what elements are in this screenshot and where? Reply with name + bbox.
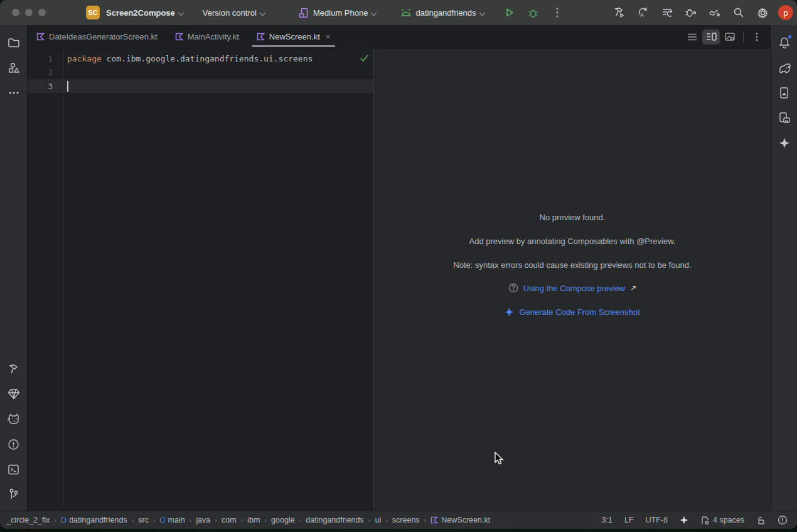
run-configuration-selector[interactable]: datingandfriends bbox=[395, 4, 489, 21]
logcat-tool-button[interactable] bbox=[3, 408, 25, 430]
breadcrumb-separator: › bbox=[54, 516, 56, 524]
minimize-window-button[interactable] bbox=[25, 9, 33, 16]
breadcrumb-separator: › bbox=[132, 516, 134, 524]
attach-debugger-button[interactable] bbox=[680, 3, 702, 22]
tab-label: NewScreen.kt bbox=[269, 32, 320, 41]
breadcrumb-item[interactable]: screens bbox=[392, 516, 420, 524]
tab-dateideasgeneratorscreen[interactable]: DateIdeasGeneratorScreen.kt bbox=[28, 25, 166, 48]
project-tool-button[interactable] bbox=[3, 31, 25, 54]
gradle-elephant-icon bbox=[778, 63, 791, 73]
text-caret bbox=[67, 81, 68, 92]
breadcrumb-separator: › bbox=[424, 516, 427, 524]
external-link-icon: ↗ bbox=[630, 284, 636, 292]
git-graph-icon bbox=[9, 488, 19, 501]
compose-preview-panel: No preview found. Add preview by annotat… bbox=[374, 49, 771, 511]
notification-dot bbox=[788, 35, 792, 39]
breadcrumb-item[interactable]: ibm bbox=[247, 516, 260, 524]
apply-code-changes-button[interactable] bbox=[656, 3, 678, 22]
user-avatar[interactable]: p bbox=[778, 5, 793, 20]
breadcrumb-item[interactable]: src bbox=[138, 516, 149, 524]
inspections-widget[interactable] bbox=[774, 515, 791, 525]
profiler-button[interactable] bbox=[704, 3, 725, 22]
split-view-icon bbox=[706, 33, 717, 41]
chevron-down-icon bbox=[372, 9, 377, 14]
line-number: 3 bbox=[28, 82, 63, 91]
problems-tool-button[interactable] bbox=[3, 433, 25, 455]
cat-icon bbox=[7, 413, 21, 425]
editor-options-button[interactable] bbox=[748, 29, 766, 45]
gradle-tool-button[interactable] bbox=[773, 56, 796, 79]
tab-mainactivity[interactable]: MainActivity.kt bbox=[166, 25, 248, 48]
breadcrumb-separator: › bbox=[241, 516, 243, 524]
tab-newscreen[interactable]: NewScreen.kt × bbox=[248, 25, 340, 48]
notifications-tool-button[interactable] bbox=[773, 31, 796, 54]
run-button[interactable] bbox=[499, 3, 520, 22]
code-line-2[interactable]: 2 bbox=[28, 65, 373, 79]
more-run-options-button[interactable] bbox=[547, 3, 568, 22]
search-everywhere-button[interactable] bbox=[728, 3, 749, 22]
breadcrumb-item[interactable]: datingandfriends bbox=[306, 516, 363, 524]
device-selector-label: Medium Phone bbox=[313, 8, 368, 18]
breadcrumb-separator: › bbox=[190, 516, 192, 524]
compose-preview-help-link[interactable]: Using the Compose preview bbox=[523, 284, 626, 293]
breadcrumb-item[interactable]: _circle_2_fix bbox=[6, 516, 50, 524]
breadcrumb-item[interactable]: NewScreen.kt bbox=[431, 516, 490, 524]
breadcrumb-item[interactable]: java bbox=[196, 516, 210, 524]
code-line-3-current[interactable]: 3 bbox=[28, 79, 373, 93]
breadcrumb-item[interactable]: datingandfriends bbox=[61, 516, 127, 524]
breadcrumb-item[interactable]: ui bbox=[375, 516, 381, 524]
gemini-tool-button[interactable] bbox=[773, 132, 796, 154]
breadcrumb-separator: › bbox=[368, 516, 371, 524]
running-devices-tool-button[interactable] bbox=[773, 82, 796, 104]
close-tab-icon[interactable]: × bbox=[326, 32, 331, 41]
terminal-tool-button[interactable] bbox=[3, 458, 25, 481]
divider bbox=[743, 31, 744, 43]
module-icon bbox=[160, 518, 165, 523]
device-icon bbox=[299, 8, 309, 18]
apply-changes-icon: A bbox=[637, 6, 650, 19]
app-quality-insights-tool-button[interactable] bbox=[3, 383, 25, 405]
ai-assistant-status-button[interactable] bbox=[677, 516, 692, 524]
folder-icon bbox=[8, 37, 20, 48]
resource-manager-tool-button[interactable] bbox=[3, 56, 25, 79]
encoding-widget[interactable]: UTF-8 bbox=[643, 516, 671, 524]
code-line-1[interactable]: 1 package com.ibm.google.datingandfriend… bbox=[28, 51, 373, 65]
device-manager-tool-button[interactable] bbox=[773, 107, 796, 129]
caret-position-widget[interactable]: 3:1 bbox=[599, 516, 616, 524]
split-view-button[interactable] bbox=[702, 29, 720, 45]
indent-widget[interactable]: 4 spaces bbox=[697, 516, 747, 525]
more-tool-windows-button[interactable] bbox=[3, 82, 25, 104]
maximize-window-button[interactable] bbox=[38, 9, 46, 16]
breadcrumb-label: src bbox=[138, 516, 149, 524]
version-control-tool-button[interactable] bbox=[3, 483, 25, 506]
editor-tab-bar: DateIdeasGeneratorScreen.kt MainActivity… bbox=[28, 25, 771, 49]
device-selector[interactable]: Medium Phone bbox=[294, 4, 382, 21]
window-controls[interactable] bbox=[12, 9, 46, 16]
terminal-icon bbox=[8, 464, 19, 476]
android-icon bbox=[400, 8, 412, 17]
close-window-button[interactable] bbox=[12, 9, 19, 16]
debug-button[interactable] bbox=[523, 3, 544, 22]
line-ending-widget[interactable]: LF bbox=[621, 516, 637, 524]
settings-button[interactable] bbox=[752, 3, 773, 22]
hammer-icon bbox=[8, 363, 20, 375]
left-tool-stripe bbox=[0, 25, 28, 511]
design-view-button[interactable] bbox=[721, 29, 739, 45]
breadcrumb-label: java bbox=[196, 516, 210, 524]
preview-message-primary: No preview found. bbox=[374, 211, 771, 225]
file-lock-widget[interactable] bbox=[753, 516, 769, 525]
module-icon bbox=[61, 518, 66, 523]
build-tool-button[interactable] bbox=[3, 358, 25, 380]
generate-code-from-screenshot-link[interactable]: Generate Code From Screenshot bbox=[519, 307, 639, 317]
project-selector[interactable]: Screen2Compose bbox=[100, 4, 189, 21]
build-project-button[interactable] bbox=[609, 3, 630, 22]
breadcrumb-item[interactable]: com bbox=[222, 516, 237, 524]
build-hammer-icon bbox=[613, 6, 626, 19]
breadcrumb-item[interactable]: google bbox=[271, 516, 295, 524]
code-editor[interactable]: 1 package com.ibm.google.datingandfriend… bbox=[28, 49, 374, 511]
run-configuration-label: datingandfriends bbox=[415, 8, 476, 18]
apply-changes-button[interactable]: A bbox=[633, 3, 654, 22]
breadcrumb-item[interactable]: main bbox=[160, 516, 185, 524]
version-control-menu[interactable]: Version control bbox=[198, 4, 270, 21]
code-view-button[interactable] bbox=[683, 29, 701, 45]
